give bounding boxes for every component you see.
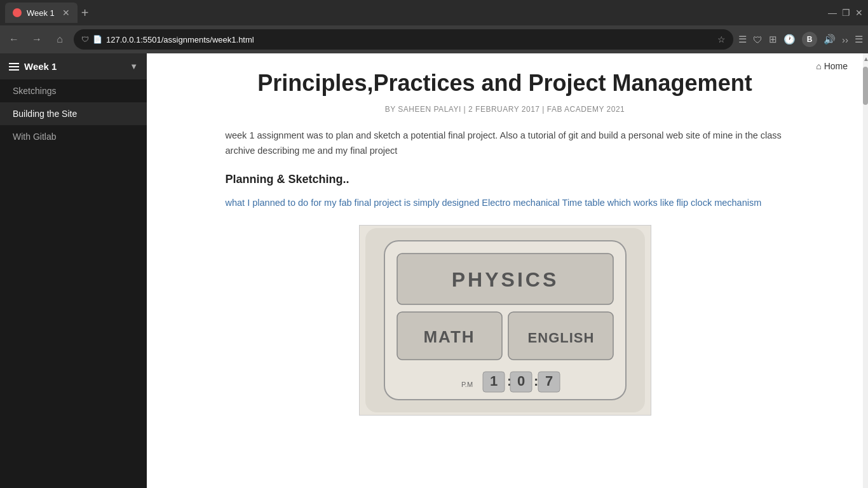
section1-body: what I planned to do for my fab final pr… [226,195,785,211]
back-button[interactable]: ← [5,30,23,48]
url-text: 127.0.0.1:5501/assignments/week1.html [106,35,714,44]
sketch-image: PHYSICS MATH ENGLISH P.M 1 : [359,225,651,416]
svg-text:1: 1 [489,373,497,389]
sidebar-title: Week 1 [24,61,57,72]
forward-button[interactable]: → [28,30,46,48]
scroll-thumb[interactable] [863,67,868,105]
sidebar-item-with-gitlab[interactable]: With Gitlab [0,125,147,148]
reader-mode-icon[interactable]: ☰ [738,34,747,45]
history-icon[interactable]: 🕐 [783,34,796,45]
main-layout: Week 1 ▼ Sketchings Building the Site Wi… [0,53,868,488]
scrollbar[interactable]: ▲ [863,53,868,488]
extensions-icon[interactable]: 🔊 [824,34,836,45]
page-meta: BY SAHEEN PALAYI | 2 FEBRUARY 2017 | FAB… [226,105,785,114]
sidebar-title-group: Week 1 [9,61,57,72]
svg-text:MATH: MATH [423,327,475,346]
tab-bar: Week 1 ✕ + [5,3,823,23]
home-link-text: Home [824,61,848,71]
svg-text:ENGLISH: ENGLISH [527,330,594,346]
more-tools-icon[interactable]: ›› [842,34,848,45]
sidebar-item-building-the-site[interactable]: Building the Site [0,102,147,125]
intro-text: week 1 assignment was to plan and sketch… [226,128,785,159]
new-tab-button[interactable]: + [81,6,89,20]
home-link[interactable]: ⌂ Home [816,61,848,71]
profile-icon[interactable]: B [802,32,817,47]
window-controls: — ❐ ✕ [828,8,863,18]
grid-icon[interactable]: ⊞ [769,34,777,45]
page-title: Principles,Practices and Project Managem… [226,69,785,98]
svg-text:P.M: P.M [461,381,472,388]
sidebar-item-sketchings[interactable]: Sketchings [0,79,147,102]
menu-icon[interactable]: ☰ [855,34,863,45]
address-bar[interactable]: 🛡 📄 127.0.0.1:5501/assignments/week1.htm… [74,29,733,50]
tab-label: Week 1 [27,8,55,18]
tab-close-button[interactable]: ✕ [62,8,70,18]
section1-heading: Planning & Sketching.. [226,173,785,186]
pocket-icon[interactable]: 🛡 [753,34,763,45]
svg-text::: : [534,373,538,389]
active-tab[interactable]: Week 1 ✕ [5,3,78,23]
content-inner: ⌂ Home Principles,Practices and Project … [200,53,810,441]
svg-text:0: 0 [517,373,524,389]
home-button[interactable]: ⌂ [51,30,69,48]
bookmark-icon[interactable]: ☆ [717,34,726,44]
tab-favicon [13,8,22,17]
sketch-wrapper: PHYSICS MATH ENGLISH P.M 1 : [226,225,785,416]
maximize-button[interactable]: ❐ [842,8,850,18]
sidebar: Week 1 ▼ Sketchings Building the Site Wi… [0,53,147,488]
toolbar: ← → ⌂ 🛡 📄 127.0.0.1:5501/assignments/wee… [0,25,868,53]
shield-icon: 🛡 [81,35,89,44]
titlebar: Week 1 ✕ + — ❐ ✕ [0,0,868,25]
sketch-svg: PHYSICS MATH ENGLISH P.M 1 : [365,228,645,412]
toolbar-icons: ☰ 🛡 ⊞ 🕐 B 🔊 ›› ☰ [738,32,863,47]
page-icon: 📄 [93,35,102,44]
home-icon: ⌂ [816,61,821,71]
close-button[interactable]: ✕ [855,8,863,18]
svg-text:PHYSICS: PHYSICS [451,268,558,291]
sidebar-chevron-icon[interactable]: ▼ [130,62,138,71]
content-area: ⌂ Home Principles,Practices and Project … [147,53,863,488]
hamburger-icon [9,63,19,71]
scroll-up-arrow[interactable]: ▲ [863,53,868,64]
sidebar-header: Week 1 ▼ [0,53,147,79]
minimize-button[interactable]: — [828,8,837,18]
svg-text:7: 7 [545,373,552,389]
